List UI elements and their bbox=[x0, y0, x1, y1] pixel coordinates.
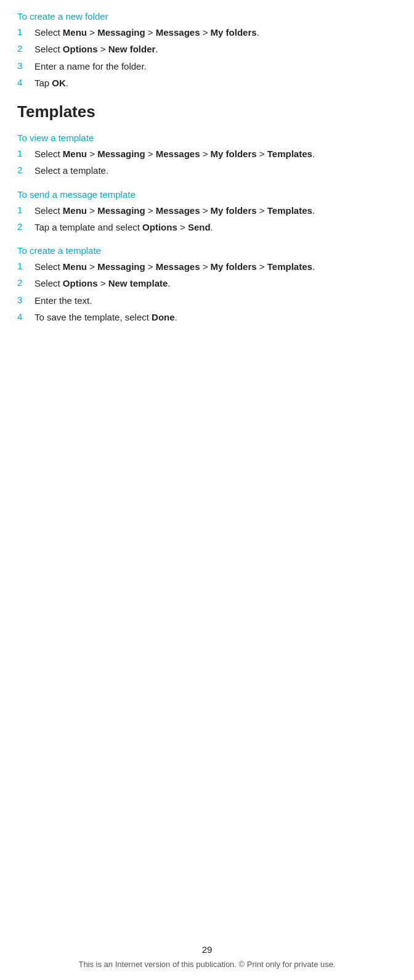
step-item: 4 Tap OK. bbox=[17, 76, 397, 90]
section-create-template: To create a template 1 Select Menu > Mes… bbox=[17, 245, 397, 324]
step-item: 2 Select Options > New template. bbox=[17, 276, 397, 290]
step-item: 1 Select Menu > Messaging > Messages > M… bbox=[17, 203, 397, 218]
step-number: 1 bbox=[17, 203, 30, 218]
step-text: Tap a template and select Options > Send… bbox=[34, 220, 213, 234]
step-item: 1 Select Menu > Messaging > Messages > M… bbox=[17, 25, 397, 39]
step-text: Select Menu > Messaging > Messages > My … bbox=[34, 259, 315, 274]
step-text: Tap OK. bbox=[34, 76, 68, 90]
section-send-message-template: To send a message template 1 Select Menu… bbox=[17, 189, 397, 235]
step-item: 2 Select Options > New folder. bbox=[17, 42, 397, 56]
step-item: 1 Select Menu > Messaging > Messages > M… bbox=[17, 147, 397, 161]
step-text: To save the template, select Done. bbox=[34, 310, 177, 324]
step-number: 3 bbox=[17, 59, 30, 73]
step-text: Select Menu > Messaging > Messages > My … bbox=[34, 203, 315, 218]
create-template-heading: To create a template bbox=[17, 245, 397, 256]
create-new-folder-heading: To create a new folder bbox=[17, 11, 397, 22]
step-number: 3 bbox=[17, 293, 30, 308]
page-number: 29 bbox=[0, 944, 414, 955]
page-content: To create a new folder 1 Select Menu > M… bbox=[0, 11, 414, 324]
step-number: 4 bbox=[17, 76, 30, 90]
step-text: Select Menu > Messaging > Messages > My … bbox=[34, 25, 259, 39]
step-text: Select Options > New folder. bbox=[34, 42, 158, 56]
step-number: 2 bbox=[17, 163, 30, 178]
create-template-steps: 1 Select Menu > Messaging > Messages > M… bbox=[17, 259, 397, 324]
main-heading: Templates bbox=[17, 102, 397, 121]
section-create-new-folder: To create a new folder 1 Select Menu > M… bbox=[17, 11, 397, 90]
step-item: 3 Enter a name for the folder. bbox=[17, 59, 397, 73]
step-text: Enter a name for the folder. bbox=[34, 59, 147, 73]
create-new-folder-steps: 1 Select Menu > Messaging > Messages > M… bbox=[17, 25, 397, 90]
step-text: Enter the text. bbox=[34, 293, 92, 308]
page-footer: 29 This is an Internet version of this p… bbox=[0, 944, 414, 969]
view-template-steps: 1 Select Menu > Messaging > Messages > M… bbox=[17, 147, 397, 178]
step-number: 1 bbox=[17, 25, 30, 39]
step-item: 2 Tap a template and select Options > Se… bbox=[17, 220, 397, 234]
footer-text: This is an Internet version of this publ… bbox=[78, 960, 335, 969]
send-message-template-heading: To send a message template bbox=[17, 189, 397, 200]
step-number: 2 bbox=[17, 220, 30, 234]
section-view-template: To view a template 1 Select Menu > Messa… bbox=[17, 133, 397, 178]
step-number: 1 bbox=[17, 259, 30, 274]
step-number: 2 bbox=[17, 276, 30, 290]
step-item: 3 Enter the text. bbox=[17, 293, 397, 308]
step-text: Select Options > New template. bbox=[34, 276, 171, 290]
step-item: 4 To save the template, select Done. bbox=[17, 310, 397, 324]
step-text: Select Menu > Messaging > Messages > My … bbox=[34, 147, 315, 161]
step-text: Select a template. bbox=[34, 163, 108, 178]
step-item: 2 Select a template. bbox=[17, 163, 397, 178]
step-number: 1 bbox=[17, 147, 30, 161]
view-template-heading: To view a template bbox=[17, 133, 397, 143]
send-message-template-steps: 1 Select Menu > Messaging > Messages > M… bbox=[17, 203, 397, 235]
step-number: 2 bbox=[17, 42, 30, 56]
step-item: 1 Select Menu > Messaging > Messages > M… bbox=[17, 259, 397, 274]
step-number: 4 bbox=[17, 310, 30, 324]
